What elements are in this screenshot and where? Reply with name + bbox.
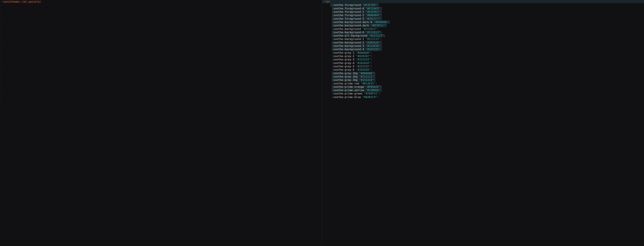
binding-symbol: soothe-foreground xyxy=(334,3,361,7)
gutter-mark xyxy=(0,22,1,22)
binding-content: (soothe-background-3 "#313030") xyxy=(332,44,382,48)
binding-row[interactable]: (soothe-gray-1 "#AAAAAA") xyxy=(322,51,644,55)
binding-symbol: soothe-prime-orange xyxy=(334,85,364,88)
close-paren: ) xyxy=(380,38,382,41)
gutter-mark xyxy=(0,8,1,9)
binding-row[interactable]: (soothe-gray-4 "#2A2A2A") xyxy=(322,61,644,65)
binding-row[interactable]: (soothe-background-dark "#0F0E11") xyxy=(322,24,644,27)
binding-symbol: soothe-foreground-1 xyxy=(334,10,364,14)
binding-symbol: soothe-gray-4 xyxy=(334,61,354,65)
binding-content: (soothe-foreground-2 "#DBD9D4") xyxy=(332,14,382,17)
binding-row[interactable]: (soothe-gray-5 "#252525") xyxy=(322,65,644,68)
open-paren: ( xyxy=(3,0,4,3)
editor-split: >(autothemer-let-palette) (let ((soothe-… xyxy=(0,0,644,246)
open-paren: ( xyxy=(332,41,334,44)
open-paren: ( xyxy=(332,72,334,75)
binding-content: (soothe-background-dark-0 "#000000") xyxy=(332,21,390,24)
open-paren: ( xyxy=(332,10,334,14)
binding-row[interactable]: (soothe-background-dark-0 "#000000") xyxy=(322,21,644,24)
binding-row[interactable]: (soothe-foreground-0 "#ECEAE5") xyxy=(322,7,644,10)
gutter-mark xyxy=(0,5,1,5)
binding-value: "#111013" xyxy=(366,31,380,34)
open-paren: ( xyxy=(332,92,334,95)
binding-value: "#A4B3C9" xyxy=(362,96,377,99)
binding-value: "#CEB666" xyxy=(366,89,380,92)
binding-value: "#D9662E" xyxy=(366,85,380,88)
close-paren: ) xyxy=(380,31,382,34)
binding-symbol: soothe-background-0 xyxy=(334,31,364,34)
binding-row[interactable]: (soothe-gray-6 "#202020") xyxy=(322,68,644,72)
close-paren: ) xyxy=(385,24,387,27)
binding-content: (soothe-prime-red "#B14E41") xyxy=(332,82,377,85)
binding-value: "#2A2A2A" xyxy=(356,61,371,65)
open-paren: ( xyxy=(332,7,334,10)
binding-row[interactable]: (soothe-prime-green "#7D9F51") xyxy=(322,92,644,95)
gutter-mark xyxy=(0,66,1,67)
binding-row[interactable]: (soothe-foreground-3 "#CECCC7") xyxy=(322,17,644,21)
open-paren: ( xyxy=(332,82,334,85)
binding-row[interactable]: (soothe-foreground-1 "#E3E4E2") xyxy=(322,10,644,14)
close-paren: ) xyxy=(40,0,42,3)
binding-symbol: soothe-gray-2bg xyxy=(334,75,358,78)
open-paren: ( xyxy=(332,38,334,41)
binding-symbol: soothe-background-3 xyxy=(334,44,364,48)
binding-symbol: soothe-gray-1 xyxy=(334,51,354,54)
close-paren: ) xyxy=(377,27,379,31)
binding-value: "#343333" xyxy=(366,48,380,51)
binding-row[interactable]: (soothe-gray-3 "#333333") xyxy=(322,58,644,61)
binding-symbol: soothe-gray-1bg xyxy=(334,72,358,75)
binding-content: ((soothe-foreground "#F4F1ED") xyxy=(330,3,379,7)
binding-symbol: soothe-prime-green xyxy=(334,92,362,95)
binding-value: "#B14E41" xyxy=(361,82,376,85)
let-line[interactable]: (let xyxy=(322,0,644,3)
open-paren: ( xyxy=(332,65,334,68)
right-pane[interactable]: (let ((soothe-foreground "#F4F1ED") (soo… xyxy=(322,0,644,246)
close-paren: ) xyxy=(380,85,382,88)
binding-row[interactable]: (soothe-prime-orange "#D9662E") xyxy=(322,85,644,89)
binding-value: "#252525" xyxy=(356,65,371,68)
open-paren: ( xyxy=(332,48,334,51)
binding-row[interactable]: (soothe-background-3 "#313030") xyxy=(322,44,644,48)
binding-row[interactable]: (soothe-alt-background "#121113") xyxy=(322,34,644,38)
open-paren: ( xyxy=(332,85,334,88)
open-paren: ( xyxy=(332,44,334,48)
binding-value: "#111111" xyxy=(359,75,374,78)
close-paren: ) xyxy=(374,75,376,78)
left-pane[interactable]: >(autothemer-let-palette) xyxy=(0,0,322,246)
binding-content: (soothe-prime-blue "#A4B3C9") xyxy=(332,96,378,99)
binding-row[interactable]: (soothe-background-0 "#111013") xyxy=(322,31,644,34)
binding-symbol: soothe-foreground-2 xyxy=(334,14,364,17)
binding-row[interactable]: ((soothe-foreground "#F4F1ED") xyxy=(322,3,644,7)
binding-symbol: soothe-background xyxy=(334,27,361,31)
close-paren: ) xyxy=(379,92,380,95)
close-paren: ) xyxy=(377,96,379,99)
binding-symbol: soothe-background-dark xyxy=(334,24,369,27)
gutter-mark xyxy=(0,59,1,60)
binding-value: "#AAAAAA" xyxy=(356,51,371,54)
binding-row[interactable]: (soothe-gray-2 "#828282") xyxy=(322,55,644,58)
binding-row[interactable]: (soothe-gray-3bg "#141414") xyxy=(322,78,644,82)
binding-content: (soothe-background-4 "#343333") xyxy=(332,48,382,51)
repl-input-line[interactable]: >(autothemer-let-palette) xyxy=(0,0,322,3)
binding-row[interactable]: (soothe-gray-1bg "#0A0A0A") xyxy=(322,72,644,75)
binding-row[interactable]: (soothe-prime-red "#B14E41") xyxy=(322,82,644,85)
binding-symbol: soothe-background-4 xyxy=(334,48,364,51)
fn-call: autothemer-let-palette xyxy=(4,0,40,3)
binding-row[interactable]: (soothe-background "#111013") xyxy=(322,27,644,31)
binding-value: "#DBD9D4" xyxy=(366,14,380,17)
binding-row[interactable]: (soothe-foreground-2 "#DBD9D4") xyxy=(322,14,644,17)
gutter-mark xyxy=(0,93,1,94)
gutter-mark xyxy=(0,25,1,26)
gutter-mark xyxy=(0,97,1,97)
binding-row[interactable]: (soothe-background-4 "#343333") xyxy=(322,48,644,51)
binding-row[interactable]: (soothe-prime-yellow "#CEB666") xyxy=(322,89,644,92)
binding-row[interactable]: (soothe-prime-blue "#A4B3C9") xyxy=(322,96,644,99)
binding-content: (soothe-gray-1bg "#0A0A0A") xyxy=(332,72,375,75)
binding-row[interactable]: (soothe-background-1 "#121113") xyxy=(322,38,644,41)
open-paren: ( xyxy=(332,68,334,71)
gutter-mark xyxy=(0,87,1,87)
binding-row[interactable]: (soothe-background-2 "#2B2A2A") xyxy=(322,41,644,44)
close-paren: ) xyxy=(375,82,377,85)
open-paren: ( xyxy=(332,31,334,34)
binding-row[interactable]: (soothe-gray-2bg "#111111") xyxy=(322,75,644,78)
